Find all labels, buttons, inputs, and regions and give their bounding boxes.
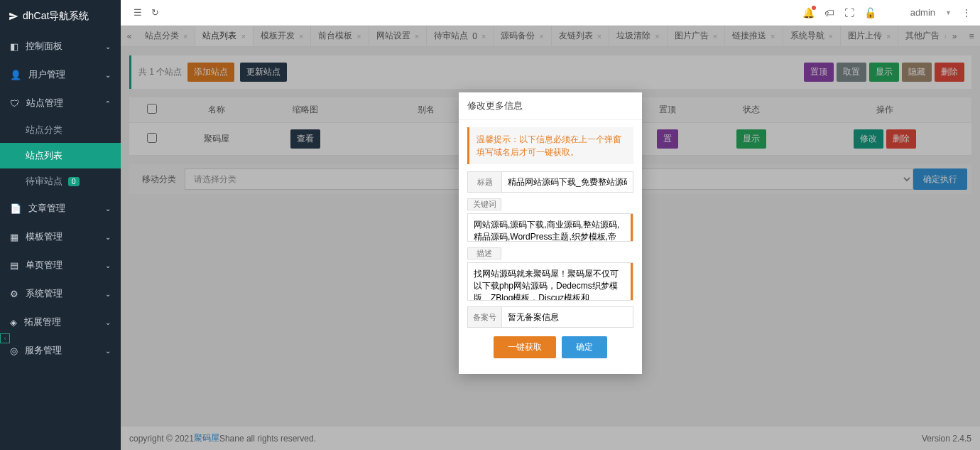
chevron-down-icon: ⌄ bbox=[105, 205, 111, 213]
ok-button[interactable]: 确定 bbox=[562, 336, 607, 358]
chevron-down-icon: ⌄ bbox=[105, 262, 111, 269]
chevron-down-icon: ⌄ bbox=[105, 347, 111, 355]
chevron-down-icon: ⌄ bbox=[105, 318, 111, 326]
menu-模板管理[interactable]: ▦模板管理⌄ bbox=[0, 223, 121, 251]
menu-站点管理[interactable]: 🛡站点管理⌄ bbox=[0, 89, 121, 117]
sidebar: dhCat导航系统 ◧控制面板⌄👤用户管理⌄🛡站点管理⌄站点分类站点列表待审站点… bbox=[0, 0, 121, 450]
sidebar-collapse[interactable]: ‹ bbox=[0, 333, 10, 343]
ext-icon: ◈ bbox=[10, 317, 17, 328]
submenu-站点分类[interactable]: 站点分类 bbox=[0, 117, 121, 143]
chevron-down-icon: ⌄ bbox=[105, 43, 111, 50]
paper-plane-icon bbox=[9, 11, 18, 21]
modal-title: 修改更多信息 bbox=[459, 92, 642, 120]
shield-icon: 🛡 bbox=[10, 98, 19, 109]
chevron-down-icon: ⌄ bbox=[105, 290, 111, 298]
lock-icon[interactable]: 🔓 bbox=[864, 7, 876, 18]
field-desc: 找网站源码就来聚码屋！聚码屋不仅可以下载php网站源码，Dedecms织梦模版、… bbox=[467, 262, 633, 301]
app-logo: dhCat导航系统 bbox=[0, 0, 121, 32]
chevron-down-icon: ⌄ bbox=[105, 233, 111, 241]
page-icon: ▤ bbox=[10, 260, 18, 271]
avatar[interactable] bbox=[886, 6, 900, 20]
dashboard-icon: ◧ bbox=[10, 41, 18, 52]
chevron-down-icon: ⌄ bbox=[105, 71, 111, 79]
bell-icon[interactable]: 🔔 bbox=[802, 7, 815, 18]
menu-toggle-icon[interactable]: ☰ bbox=[129, 7, 146, 18]
menu-系统管理[interactable]: ⚙系统管理⌄ bbox=[0, 279, 121, 308]
desc-input[interactable]: 找网站源码就来聚码屋！聚码屋不仅可以下载php网站源码，Dedecms织梦模版、… bbox=[468, 263, 633, 300]
menu-拓展管理[interactable]: ◈拓展管理⌄ bbox=[0, 308, 121, 336]
topbar: ☰ ↻ 🔔 🏷 ⛶ 🔓 admin▼ ⋮ bbox=[121, 0, 980, 26]
fetch-button[interactable]: 一键获取 bbox=[494, 336, 556, 358]
user-icon: 👤 bbox=[10, 70, 21, 80]
modal-tip: 温馨提示：以下信息必须在上一个弹窗填写域名后才可一键获取。 bbox=[467, 127, 633, 164]
fullscreen-icon[interactable]: ⛶ bbox=[844, 7, 854, 18]
menu-文章管理[interactable]: 📄文章管理⌄ bbox=[0, 194, 121, 223]
icp-input[interactable] bbox=[502, 307, 633, 327]
doc-icon: 📄 bbox=[10, 203, 21, 214]
menu-服务管理[interactable]: ◎服务管理⌄ bbox=[0, 336, 121, 365]
submenu-站点列表[interactable]: 站点列表 bbox=[0, 143, 121, 168]
tag-icon[interactable]: 🏷 bbox=[824, 7, 834, 18]
gear-icon: ⚙ bbox=[10, 289, 18, 299]
more-icon[interactable]: ⋮ bbox=[962, 7, 971, 18]
submenu-待审站点[interactable]: 待审站点0 bbox=[0, 168, 121, 194]
template-icon: ▦ bbox=[10, 232, 18, 242]
chevron-down-icon: ⌄ bbox=[105, 100, 111, 107]
field-icp: 备案号 bbox=[467, 306, 633, 328]
field-title: 标题 bbox=[467, 171, 633, 193]
edit-more-modal: 修改更多信息 温馨提示：以下信息必须在上一个弹窗填写域名后才可一键获取。 标题 … bbox=[459, 92, 642, 374]
title-input[interactable] bbox=[502, 172, 633, 192]
badge: 0 bbox=[68, 177, 80, 186]
refresh-icon[interactable]: ↻ bbox=[146, 7, 163, 18]
field-keywords: 网站源码,源码下载,商业源码,整站源码,精品源码,WordPress主题,织梦模… bbox=[467, 213, 633, 242]
username[interactable]: admin bbox=[910, 7, 935, 18]
menu-单页管理[interactable]: ▤单页管理⌄ bbox=[0, 251, 121, 279]
menu-用户管理[interactable]: 👤用户管理⌄ bbox=[0, 60, 121, 89]
keywords-input[interactable]: 网站源码,源码下载,商业源码,整站源码,精品源码,WordPress主题,织梦模… bbox=[468, 214, 633, 241]
service-icon: ◎ bbox=[10, 345, 18, 356]
app-title: dhCat导航系统 bbox=[23, 10, 89, 23]
menu-控制面板[interactable]: ◧控制面板⌄ bbox=[0, 32, 121, 60]
